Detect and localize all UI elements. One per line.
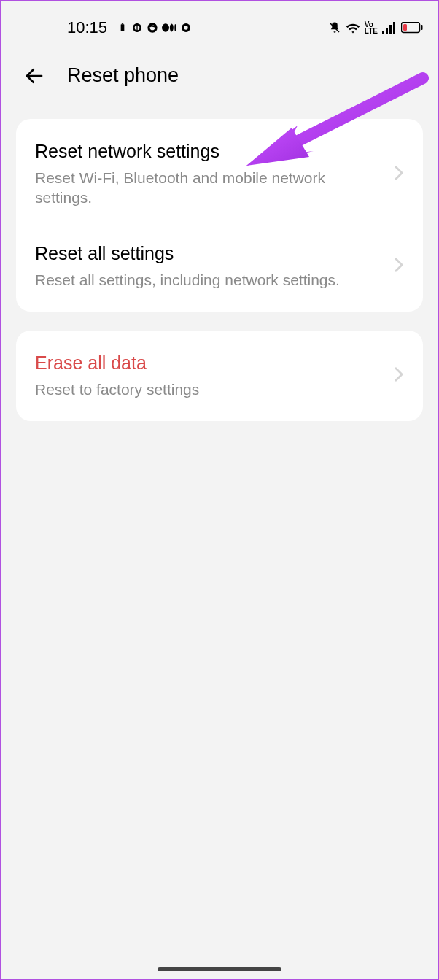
- settings-card-reset: Reset network settings Reset Wi-Fi, Blue…: [16, 119, 423, 312]
- volte-icon: VoLTE: [365, 21, 378, 34]
- row-text: Reset all settings Reset all settings, i…: [35, 243, 385, 290]
- back-button[interactable]: [23, 65, 45, 87]
- status-time: 10:15: [67, 18, 107, 37]
- svg-rect-14: [393, 22, 395, 34]
- settings-card-erase: Erase all data Reset to factory settings: [16, 331, 423, 421]
- signal-icon: [382, 22, 397, 34]
- row-title: Reset network settings: [35, 141, 385, 162]
- row-reset-all-settings[interactable]: Reset all settings Reset all settings, i…: [16, 225, 423, 307]
- row-erase-all-data[interactable]: Erase all data Reset to factory settings: [16, 335, 423, 417]
- svg-rect-12: [386, 28, 388, 34]
- circle-icon: [180, 22, 192, 34]
- row-text: Erase all data Reset to factory settings: [35, 352, 385, 399]
- page-header: Reset phone: [1, 45, 438, 106]
- svg-rect-13: [389, 25, 392, 34]
- mute-icon: [328, 21, 341, 34]
- home-indicator[interactable]: [158, 967, 281, 971]
- row-reset-network-settings[interactable]: Reset network settings Reset Wi-Fi, Blue…: [16, 123, 423, 225]
- arrow-left-icon: [23, 65, 45, 87]
- charging-icon: [117, 23, 128, 33]
- battery-icon: [401, 22, 423, 34]
- row-text: Reset network settings Reset Wi-Fi, Blue…: [35, 141, 385, 208]
- medium-icon: [162, 23, 176, 33]
- svg-point-6: [170, 24, 174, 32]
- page-title: Reset phone: [67, 64, 179, 87]
- app-icon: [131, 22, 143, 34]
- svg-rect-16: [421, 25, 423, 30]
- row-subtitle: Reset to factory settings: [35, 379, 385, 399]
- reddit-icon: [147, 22, 158, 34]
- svg-point-9: [184, 26, 187, 29]
- svg-point-7: [174, 24, 176, 31]
- row-title: Reset all settings: [35, 243, 385, 264]
- chevron-right-icon: [394, 165, 404, 184]
- svg-rect-11: [382, 31, 384, 34]
- status-right: VoLTE: [328, 21, 423, 34]
- chevron-right-icon: [394, 257, 404, 276]
- row-subtitle: Reset all settings, including network se…: [35, 270, 385, 290]
- status-left: 10:15: [16, 18, 192, 37]
- svg-rect-0: [121, 24, 125, 31]
- wifi-icon: [346, 22, 360, 34]
- svg-rect-4: [136, 23, 137, 32]
- row-title: Erase all data: [35, 352, 385, 374]
- svg-rect-1: [122, 23, 123, 24]
- status-icons-left: [117, 22, 192, 34]
- chevron-right-icon: [394, 366, 404, 385]
- svg-rect-17: [403, 24, 407, 31]
- svg-point-5: [162, 23, 169, 32]
- row-subtitle: Reset Wi-Fi, Bluetooth and mobile networ…: [35, 168, 385, 208]
- status-bar: 10:15 VoLTE: [1, 1, 438, 45]
